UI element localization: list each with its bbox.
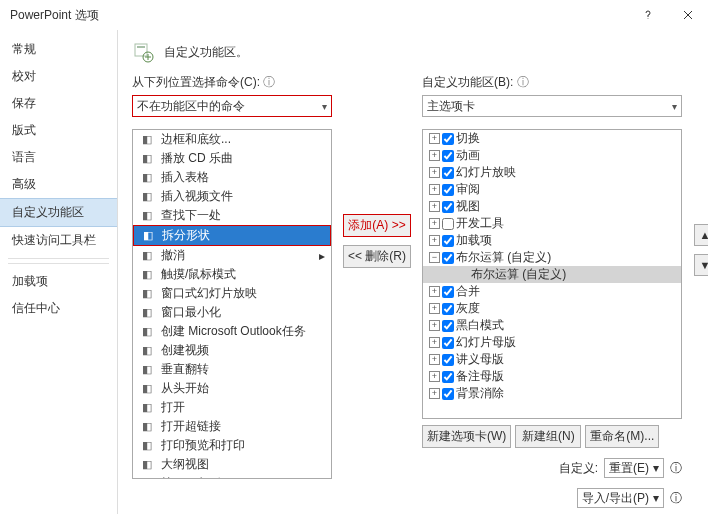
tree-row[interactable]: +动画 <box>423 147 681 164</box>
command-item[interactable]: ◧打开 <box>133 398 331 417</box>
info-icon[interactable]: ⓘ <box>260 75 275 89</box>
command-item[interactable]: ◧从头开始 <box>133 379 331 398</box>
tree-checkbox[interactable] <box>442 354 454 366</box>
expand-icon[interactable]: + <box>429 286 440 297</box>
command-item[interactable]: ◧窗口式幻灯片放映 <box>133 284 331 303</box>
tree-checkbox[interactable] <box>442 167 454 179</box>
tree-checkbox[interactable] <box>442 286 454 298</box>
tree-checkbox[interactable] <box>442 201 454 213</box>
expand-icon[interactable]: + <box>429 167 440 178</box>
tree-checkbox[interactable] <box>442 184 454 196</box>
close-button[interactable] <box>668 0 708 30</box>
sidebar-item-0[interactable]: 常规 <box>0 36 117 63</box>
info-icon[interactable]: ⓘ <box>513 75 528 89</box>
command-item[interactable]: ◧插入表格 <box>133 168 331 187</box>
command-icon: ◧ <box>139 400 155 416</box>
command-item[interactable]: ◧打印预览和打印 <box>133 436 331 455</box>
tree-row[interactable]: +加载项 <box>423 232 681 249</box>
command-item[interactable]: ◧垂直翻转 <box>133 360 331 379</box>
tree-row[interactable]: −布尔运算 (自定义) <box>423 249 681 266</box>
info-icon[interactable]: ⓘ <box>670 460 682 477</box>
remove-button[interactable]: << 删除(R) <box>343 245 411 268</box>
sidebar-item-4[interactable]: 语言 <box>0 144 117 171</box>
command-item[interactable]: ◧查找下一处 <box>133 206 331 225</box>
tree-row[interactable]: +备注母版 <box>423 368 681 385</box>
commands-from-dropdown[interactable]: 不在功能区中的命令 ▾ <box>132 95 332 117</box>
reset-dropdown[interactable]: 重置(E) ▾ <box>604 458 664 478</box>
command-item[interactable]: ◧打开超链接 <box>133 417 331 436</box>
tree-row[interactable]: +背景消除 <box>423 385 681 402</box>
command-item[interactable]: ◧窗口最小化 <box>133 303 331 322</box>
tree-row[interactable]: +切换 <box>423 130 681 147</box>
tree-row[interactable]: +灰度 <box>423 300 681 317</box>
tree-row[interactable]: +合并 <box>423 283 681 300</box>
command-item[interactable]: ◧边框和底纹... <box>133 130 331 149</box>
tree-row[interactable]: +开发工具 <box>423 215 681 232</box>
ribbon-scope-dropdown[interactable]: 主选项卡 ▾ <box>422 95 682 117</box>
tree-checkbox[interactable] <box>442 303 454 315</box>
expand-icon[interactable]: + <box>429 388 440 399</box>
expand-icon[interactable]: + <box>429 303 440 314</box>
tree-checkbox[interactable] <box>442 218 454 230</box>
expand-icon[interactable]: + <box>429 133 440 144</box>
add-button[interactable]: 添加(A) >> <box>343 214 410 237</box>
expand-icon[interactable]: + <box>429 184 440 195</box>
tree-row[interactable]: +讲义母版 <box>423 351 681 368</box>
tree-checkbox[interactable] <box>442 235 454 247</box>
command-item[interactable]: ◧创建 Microsoft Outlook任务 <box>133 322 331 341</box>
sidebar-item-2[interactable]: 保存 <box>0 90 117 117</box>
expand-icon[interactable]: + <box>429 371 440 382</box>
move-down-button[interactable]: ▼ <box>694 254 708 276</box>
rename-button[interactable]: 重命名(M)... <box>585 425 659 448</box>
tree-checkbox[interactable] <box>442 150 454 162</box>
command-item[interactable]: ◧创建视频 <box>133 341 331 360</box>
command-item[interactable]: ◧大纲视图 <box>133 455 331 474</box>
sidebar-item-1[interactable]: 校对 <box>0 63 117 90</box>
tree-row[interactable]: 布尔运算 (自定义) <box>423 266 681 283</box>
import-export-dropdown[interactable]: 导入/导出(P) ▾ <box>577 488 664 508</box>
tree-row[interactable]: +幻灯片放映 <box>423 164 681 181</box>
tree-label: 切换 <box>456 130 480 147</box>
tree-checkbox[interactable] <box>442 252 454 264</box>
sidebar-item-8[interactable]: 加载项 <box>0 268 117 295</box>
new-tab-button[interactable]: 新建选项卡(W) <box>422 425 511 448</box>
sidebar-item-3[interactable]: 版式 <box>0 117 117 144</box>
expand-icon[interactable]: + <box>429 354 440 365</box>
info-icon[interactable]: ⓘ <box>670 490 682 507</box>
tree-row[interactable]: +黑白模式 <box>423 317 681 334</box>
tree-checkbox[interactable] <box>442 133 454 145</box>
tree-row[interactable]: +视图 <box>423 198 681 215</box>
help-button[interactable] <box>628 0 668 30</box>
window-title: PowerPoint 选项 <box>10 7 628 24</box>
expand-icon[interactable]: + <box>429 320 440 331</box>
commands-listbox[interactable]: ◧边框和底纹...◧播放 CD 乐曲◧插入表格◧插入视频文件◧查找下一处◧拆分形… <box>132 129 332 479</box>
tree-label: 讲义母版 <box>456 351 504 368</box>
expand-icon[interactable]: + <box>429 150 440 161</box>
move-up-button[interactable]: ▲ <box>694 224 708 246</box>
tree-checkbox[interactable] <box>442 388 454 400</box>
sidebar-item-5[interactable]: 高级 <box>0 171 117 198</box>
tree-row[interactable]: +审阅 <box>423 181 681 198</box>
expand-icon[interactable]: + <box>429 337 440 348</box>
command-item[interactable]: ◧插入视频文件 <box>133 187 331 206</box>
collapse-icon[interactable]: − <box>429 252 440 263</box>
expand-icon[interactable]: + <box>429 201 440 212</box>
command-label: 打开超链接 <box>161 418 221 435</box>
command-item[interactable]: ◧播放 CD 乐曲 <box>133 149 331 168</box>
sidebar-item-9[interactable]: 信任中心 <box>0 295 117 322</box>
new-group-button[interactable]: 新建组(N) <box>515 425 581 448</box>
expand-icon[interactable]: + <box>429 235 440 246</box>
tree-label: 合并 <box>456 283 480 300</box>
command-item[interactable]: ◧等腰三角形 <box>133 474 331 479</box>
ribbon-tree[interactable]: +切换+动画+幻灯片放映+审阅+视图+开发工具+加载项−布尔运算 (自定义)布尔… <box>422 129 682 419</box>
tree-checkbox[interactable] <box>442 337 454 349</box>
expand-icon[interactable]: + <box>429 218 440 229</box>
sidebar-item-7[interactable]: 快速访问工具栏 <box>0 227 117 254</box>
tree-checkbox[interactable] <box>442 320 454 332</box>
command-item[interactable]: ◧触摸/鼠标模式 <box>133 265 331 284</box>
command-item[interactable]: ◧撤消▸ <box>133 246 331 265</box>
tree-checkbox[interactable] <box>442 371 454 383</box>
sidebar-item-6[interactable]: 自定义功能区 <box>0 198 117 227</box>
tree-row[interactable]: +幻灯片母版 <box>423 334 681 351</box>
command-item[interactable]: ◧拆分形状 <box>133 225 331 246</box>
